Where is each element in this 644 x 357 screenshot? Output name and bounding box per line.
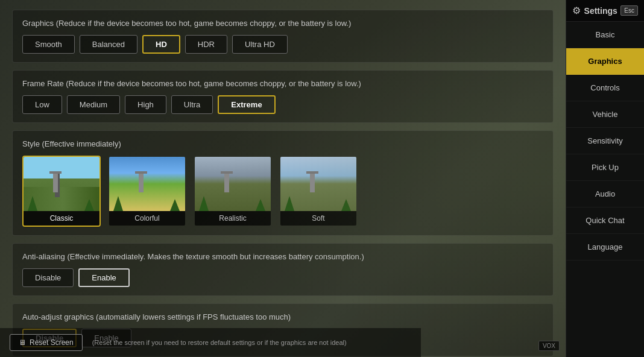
btn-high[interactable]: High — [125, 95, 166, 114]
sidebar-item-quickchat[interactable]: Quick Chat — [566, 207, 644, 234]
settings-title: Settings — [584, 6, 617, 16]
btn-ultra-hd[interactable]: Ultra HD — [232, 35, 288, 54]
sidebar-item-sensitivity[interactable]: Sensitivity — [566, 128, 644, 154]
style-realistic-name: Realistic — [195, 211, 271, 226]
autoadjust-label: Auto-adjust graphics (automatially lower… — [22, 312, 543, 321]
btn-low[interactable]: Low — [22, 95, 62, 114]
reset-screen-button[interactable]: 🖥 Reset Screen — [10, 334, 83, 351]
sidebar: ⚙ Settings Esc Basic Graphics Controls V… — [566, 0, 644, 357]
tree-right-icon-2 — [170, 199, 180, 211]
vox-badge: VOX — [538, 341, 560, 351]
btn-medium[interactable]: Medium — [67, 95, 120, 114]
style-cards-container: Classic Colorful Realistic — [22, 156, 543, 227]
tower-icon-2 — [139, 171, 144, 192]
btn-balanced[interactable]: Balanced — [80, 35, 137, 54]
sidebar-item-pickup[interactable]: Pick Up — [566, 154, 644, 181]
btn-hdr[interactable]: HDR — [185, 35, 227, 54]
framerate-section: Frame Rate (Reduce if the device becomes… — [12, 70, 554, 123]
tree-left-icon-2 — [113, 196, 123, 211]
sidebar-header: ⚙ Settings Esc — [566, 0, 644, 22]
antialiasing-label: Anti-aliasing (Effective immediately. Ma… — [22, 252, 543, 261]
realistic-preview — [195, 157, 272, 211]
gear-icon: ⚙ — [572, 5, 581, 16]
framerate-label: Frame Rate (Reduce if the device becomes… — [22, 79, 543, 88]
colorful-preview — [109, 157, 186, 211]
reset-note: (Reset the screen if you need to restore… — [92, 339, 347, 346]
sidebar-item-controls[interactable]: Controls — [566, 75, 644, 101]
btn-extreme[interactable]: Extreme — [218, 95, 275, 114]
style-card-realistic[interactable]: Realistic — [194, 156, 272, 227]
antialiasing-section: Anti-aliasing (Effective immediately. Ma… — [12, 243, 554, 296]
btn-aa-enable[interactable]: Enable — [78, 268, 129, 287]
reset-screen-label: Reset Screen — [30, 338, 74, 347]
monitor-icon: 🖥 — [19, 338, 26, 347]
framerate-btn-group: Low Medium High Ultra Extreme — [22, 95, 543, 114]
sidebar-item-language[interactable]: Language — [566, 234, 644, 261]
soft-preview — [280, 157, 358, 211]
style-classic-name: Classic — [24, 211, 99, 226]
sidebar-item-basic[interactable]: Basic — [566, 22, 644, 48]
btn-hd[interactable]: HD — [142, 35, 180, 54]
sidebar-item-audio[interactable]: Audio — [566, 181, 644, 207]
graphics-quality-label: Graphics (Reduce if the device becomes t… — [22, 19, 543, 28]
tower-icon-4 — [310, 171, 315, 192]
btn-aa-disable[interactable]: Disable — [22, 268, 74, 287]
style-card-soft[interactable]: Soft — [279, 156, 358, 227]
style-colorful-name: Colorful — [109, 211, 185, 226]
tower-icon-3 — [224, 171, 229, 192]
tower-icon — [53, 171, 58, 192]
style-section: Style (Effective immediately) Classic Co… — [12, 130, 554, 236]
sidebar-item-graphics[interactable]: Graphics — [566, 48, 644, 75]
classic-preview — [24, 157, 101, 211]
antialiasing-btn-group: Disable Enable — [22, 268, 543, 287]
tree-left-icon — [28, 196, 37, 211]
esc-button[interactable]: Esc — [620, 5, 638, 16]
tree-right-icon-3 — [256, 199, 265, 211]
btn-ultra[interactable]: Ultra — [171, 95, 213, 114]
tree-right-icon — [84, 199, 94, 211]
bottom-bar: 🖥 Reset Screen (Reset the screen if you … — [0, 328, 421, 357]
tree-left-icon-4 — [285, 196, 294, 211]
main-content: Graphics (Reduce if the device becomes t… — [0, 0, 566, 357]
sidebar-item-vehicle[interactable]: Vehicle — [566, 101, 644, 128]
tree-right-icon-4 — [341, 199, 351, 211]
graphics-quality-btn-group: Smooth Balanced HD HDR Ultra HD — [22, 35, 543, 54]
style-section-label: Style (Effective immediately) — [22, 139, 543, 148]
graphics-quality-section: Graphics (Reduce if the device becomes t… — [12, 10, 554, 63]
btn-smooth[interactable]: Smooth — [22, 35, 75, 54]
style-card-colorful[interactable]: Colorful — [108, 156, 186, 227]
style-card-classic[interactable]: Classic — [22, 156, 101, 227]
tree-left-icon-3 — [199, 196, 209, 211]
style-soft-name: Soft — [280, 211, 356, 226]
